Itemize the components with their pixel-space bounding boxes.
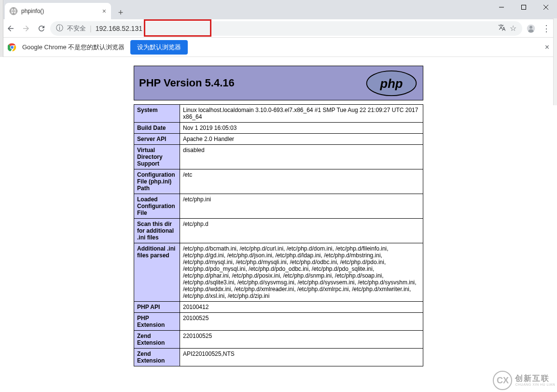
phpinfo-header: PHP Version 5.4.16 php: [134, 66, 423, 100]
menu-icon[interactable]: ⋮: [540, 22, 553, 35]
minimize-button[interactable]: [490, 0, 513, 14]
avatar-icon[interactable]: [524, 22, 538, 35]
close-icon[interactable]: ×: [102, 7, 106, 15]
bookmark-icon[interactable]: ☆: [510, 24, 516, 33]
table-row: Build DateNov 1 2019 16:05:03: [134, 123, 423, 134]
reload-button[interactable]: [35, 22, 48, 35]
table-value: Linux localhost.localdomain 3.10.0-693.e…: [180, 105, 423, 123]
table-row: PHP Extension20100525: [134, 313, 423, 331]
info-icon[interactable]: ⓘ: [56, 24, 63, 33]
watermark-icon: CX: [493, 371, 512, 390]
infobar-text: Google Chrome 不是您的默认浏览器: [22, 43, 125, 52]
table-key: Zend Extension: [134, 331, 180, 349]
svg-rect-2: [522, 5, 526, 10]
watermark-en: CHUANG XIN HU LIAN: [515, 383, 555, 387]
table-row: Loaded Configuration File/etc/php.ini: [134, 194, 423, 219]
table-row: Scan this dir for additional .ini files/…: [134, 219, 423, 243]
table-row: Virtual Directory Supportdisabled: [134, 145, 423, 169]
dismiss-infobar-button[interactable]: ×: [545, 43, 549, 52]
table-value: Apache 2.0 Handler: [180, 134, 423, 145]
table-value: API220100525,NTS: [180, 349, 423, 366]
new-tab-button[interactable]: +: [114, 6, 127, 19]
table-value: 20100525: [180, 313, 423, 331]
close-window-button[interactable]: [535, 0, 557, 14]
php-logo: php: [365, 70, 418, 96]
table-value: 220100525: [180, 331, 423, 349]
table-row: Configuration File (php.ini) Path/etc: [134, 169, 423, 194]
php-version-title: PHP Version 5.4.16: [139, 77, 235, 89]
table-key: Zend Extension: [134, 349, 180, 366]
url-text: 192.168.52.131: [96, 25, 494, 32]
table-row: Server APIApache 2.0 Handler: [134, 134, 423, 145]
insecure-label: 不安全: [67, 24, 86, 33]
table-key: Configuration File (php.ini) Path: [134, 169, 180, 194]
maximize-button[interactable]: [513, 0, 535, 14]
translate-icon[interactable]: [498, 24, 506, 33]
table-key: Scan this dir for additional .ini files: [134, 219, 180, 243]
table-row: SystemLinux localhost.localdomain 3.10.0…: [134, 105, 423, 123]
address-bar[interactable]: ⓘ 不安全 | 192.168.52.131 ☆: [50, 21, 522, 36]
window-controls: [490, 0, 557, 14]
watermark-cn: 创新互联: [515, 374, 555, 383]
svg-point-6: [529, 26, 532, 28]
browser-tab[interactable]: phpinfo() ×: [5, 3, 111, 19]
chrome-logo-icon: [8, 43, 16, 52]
right-sliver: [553, 18, 557, 105]
forward-button[interactable]: [19, 22, 33, 35]
table-value: Nov 1 2019 16:05:03: [180, 123, 423, 134]
watermark: CX 创新互联 CHUANG XIN HU LIAN: [493, 371, 555, 390]
titlebar: phpinfo() × +: [0, 0, 557, 19]
table-key: Additional .ini files parsed: [134, 243, 180, 302]
table-key: PHP Extension: [134, 313, 180, 331]
table-value: /etc/php.d/bcmath.ini, /etc/php.d/curl.i…: [180, 243, 423, 302]
table-row: Zend ExtensionAPI220100525,NTS: [134, 349, 423, 366]
table-value: disabled: [180, 145, 423, 169]
table-value: 20100412: [180, 302, 423, 313]
set-default-button[interactable]: 设为默认浏览器: [130, 40, 188, 55]
globe-icon: [10, 7, 17, 15]
svg-text:php: php: [379, 77, 403, 90]
tab-strip: phpinfo() × +: [0, 0, 490, 19]
table-value: /etc: [180, 169, 423, 194]
table-key: Virtual Directory Support: [134, 145, 180, 169]
toolbar: ⓘ 不安全 | 192.168.52.131 ☆ ⋮: [0, 19, 557, 38]
default-browser-infobar: Google Chrome 不是您的默认浏览器 设为默认浏览器 ×: [0, 38, 557, 57]
table-row: Additional .ini files parsed/etc/php.d/b…: [134, 243, 423, 302]
table-value: /etc/php.ini: [180, 194, 423, 219]
phpinfo-table: SystemLinux localhost.localdomain 3.10.0…: [134, 104, 423, 366]
tab-title: phpinfo(): [21, 8, 98, 14]
table-key: System: [134, 105, 180, 123]
table-key: PHP API: [134, 302, 180, 313]
table-key: Server API: [134, 134, 180, 145]
table-key: Loaded Configuration File: [134, 194, 180, 219]
table-row: PHP API20100412: [134, 302, 423, 313]
page-content[interactable]: PHP Version 5.4.16 php SystemLinux local…: [0, 57, 557, 392]
back-button[interactable]: [4, 22, 17, 35]
table-key: Build Date: [134, 123, 180, 134]
table-value: /etc/php.d: [180, 219, 423, 243]
table-row: Zend Extension220100525: [134, 331, 423, 349]
